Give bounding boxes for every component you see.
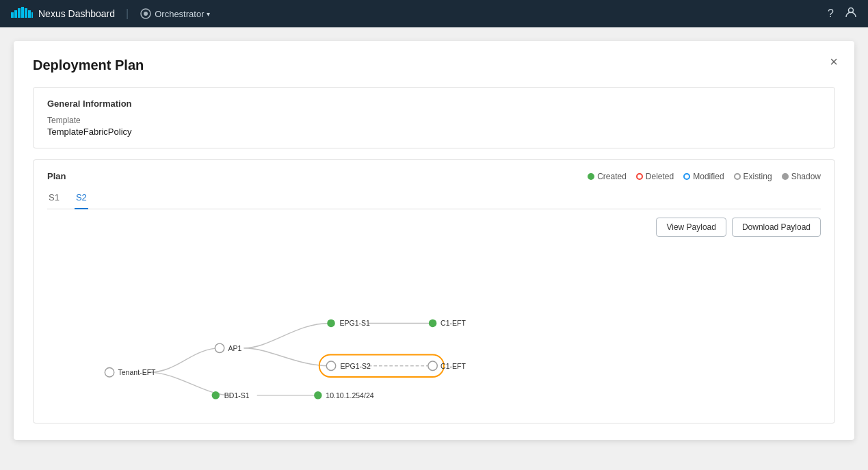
- view-payload-button[interactable]: View Payload: [656, 218, 726, 237]
- legend-shadow: Shadow: [782, 172, 821, 181]
- svg-rect-2: [18, 8, 21, 18]
- plan-tabs: S1 S2: [47, 190, 821, 209]
- epg1s2-label: EPG1-S2: [340, 362, 371, 370]
- created-dot: [588, 173, 594, 180]
- deployment-plan-panel: Deployment Plan × General Information Te…: [14, 41, 854, 440]
- brand-title: Nexus Dashboard: [38, 8, 115, 19]
- existing-dot: [734, 173, 741, 180]
- template-value: TemplateFabricPolicy: [47, 127, 821, 137]
- cisco-icon: [11, 7, 33, 21]
- plan-header: Plan Created Deleted Modified: [47, 171, 821, 181]
- nav-right: ?: [828, 6, 857, 21]
- svg-rect-4: [25, 8, 27, 18]
- plan-section: Plan Created Deleted Modified: [33, 159, 835, 423]
- svg-rect-6: [31, 12, 33, 18]
- template-label: Template: [47, 116, 821, 125]
- legend-modified: Modified: [683, 172, 724, 181]
- tab-s2[interactable]: S2: [75, 190, 88, 209]
- user-button[interactable]: [845, 6, 857, 21]
- nav-divider: |: [126, 8, 129, 20]
- tenant-eft-node: [105, 368, 114, 377]
- flow-svg: Tenant-EFT AP1 BD1-S1 EPG1-S1 C1-EFT: [47, 248, 821, 412]
- epg1s2-node: [326, 361, 335, 370]
- main-content: Deployment Plan × General Information Te…: [0, 27, 868, 470]
- cisco-logo: Nexus Dashboard: [11, 7, 115, 21]
- modified-label: Modified: [693, 172, 724, 181]
- chevron-down-icon: ▾: [207, 10, 210, 18]
- panel-title: Deployment Plan: [33, 57, 835, 73]
- ap1-label: AP1: [228, 344, 242, 352]
- svg-rect-0: [11, 12, 14, 18]
- legend-existing: Existing: [734, 172, 772, 181]
- help-button[interactable]: ?: [828, 8, 834, 20]
- top-nav: Nexus Dashboard | Orchestrator ▾ ?: [0, 0, 868, 27]
- orchestrator-icon: [140, 8, 152, 20]
- legend: Created Deleted Modified Existing: [588, 172, 821, 181]
- ap1-node: [215, 343, 224, 352]
- plan-heading: Plan: [47, 171, 66, 181]
- bd1-node: [212, 391, 220, 400]
- download-payload-button[interactable]: Download Payload: [732, 218, 821, 237]
- general-info-section: General Information Template TemplateFab…: [33, 87, 835, 148]
- c1eft-top-label: C1-EFT: [440, 319, 466, 327]
- svg-rect-3: [21, 7, 24, 18]
- ip-label: 10.10.1.254/24: [326, 391, 373, 400]
- deleted-label: Deleted: [646, 172, 674, 181]
- ip-node: [314, 391, 322, 400]
- bd1-label: BD1-S1: [224, 391, 250, 400]
- general-info-heading: General Information: [47, 99, 821, 109]
- c1eft-mid-label: C1-EFT: [440, 362, 466, 370]
- svg-rect-5: [28, 10, 31, 18]
- orchestrator-label: Orchestrator: [155, 9, 204, 19]
- epg1s1-node: [327, 319, 335, 328]
- tenant-eft-label: Tenant-EFT: [118, 368, 157, 376]
- c1eft-top-node: [429, 319, 437, 328]
- created-label: Created: [597, 172, 627, 181]
- deleted-dot: [636, 173, 643, 180]
- existing-label: Existing: [744, 172, 772, 181]
- modified-dot: [683, 173, 690, 180]
- svg-rect-1: [14, 10, 17, 18]
- legend-created: Created: [588, 172, 627, 181]
- shadow-label: Shadow: [791, 172, 821, 181]
- svg-point-8: [144, 12, 148, 16]
- flow-diagram: Tenant-EFT AP1 BD1-S1 EPG1-S1 C1-EFT: [47, 248, 821, 412]
- user-icon: [845, 6, 857, 18]
- shadow-dot: [782, 173, 789, 180]
- tab-s1[interactable]: S1: [47, 190, 61, 209]
- close-button[interactable]: ×: [830, 55, 838, 68]
- c1eft-mid-node: [428, 361, 437, 370]
- action-buttons: View Payload Download Payload: [47, 218, 821, 237]
- legend-deleted: Deleted: [636, 172, 674, 181]
- epg1s1-label: EPG1-S1: [339, 319, 370, 327]
- orchestrator-menu[interactable]: Orchestrator ▾: [140, 8, 210, 20]
